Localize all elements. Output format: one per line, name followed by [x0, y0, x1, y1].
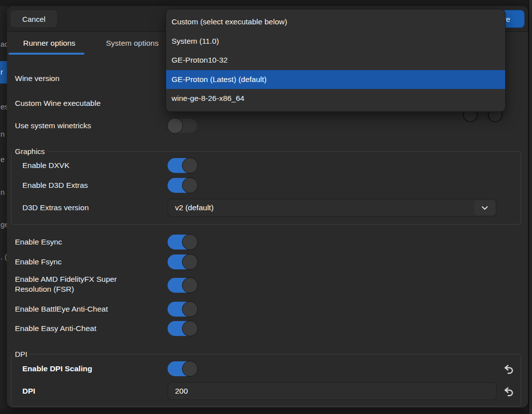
underlay-text-fragment: ac [0, 40, 7, 48]
toggle-knob [182, 277, 198, 293]
d3d-extras-version-combo[interactable]: v2 (default) [168, 199, 497, 217]
enable-dpi-scaling-label: Enable DPI Scaling [22, 364, 92, 374]
tab-system-options[interactable]: System options [93, 32, 171, 55]
toggle-knob [182, 254, 198, 270]
underlying-window-right-edge [528, 0, 532, 414]
chevron-down-icon [481, 206, 488, 210]
toggle-knob [182, 321, 198, 336]
undo-icon [503, 364, 514, 374]
wine-version-option-system[interactable]: System (11.0) [166, 32, 505, 51]
enable-d3d-extras-label: Enable D3D Extras [22, 180, 88, 190]
underlay-text-fragment: r [0, 68, 3, 76]
undo-icon [503, 387, 514, 397]
d3d-extras-version-label: D3D Extras version [22, 203, 89, 213]
enable-fsync-label: Enable Fsync [15, 257, 62, 267]
underlay-text-fragment: ge [0, 220, 7, 229]
wine-version-option-ge-proton10-32[interactable]: GE-Proton10-32 [166, 51, 505, 70]
reset-dpi-button[interactable] [502, 386, 515, 398]
enable-fsr-toggle[interactable] [168, 278, 197, 293]
enable-dxvk-label: Enable DXVK [22, 161, 70, 170]
wine-version-dropdown: Custom (select executable below) System … [166, 9, 506, 112]
enable-esync-label: Enable Esync [15, 237, 62, 247]
enable-esync-toggle[interactable] [168, 235, 197, 249]
enable-battleye-label: Enable BattlEye Anti-Cheat [15, 304, 108, 314]
toggle-knob [182, 301, 198, 317]
enable-d3d-extras-toggle[interactable] [168, 178, 197, 193]
underlay-text-fragment: e [0, 155, 4, 164]
underlying-window-left-edge: ac r es n e n ge . ( [0, 0, 7, 414]
combo-chevron-button[interactable] [474, 200, 495, 215]
cancel-button[interactable]: Cancel [10, 10, 58, 28]
enable-battleye-toggle[interactable] [168, 302, 197, 317]
wine-version-option-custom[interactable]: Custom (select executable below) [166, 12, 505, 32]
enable-fsync-toggle[interactable] [168, 254, 197, 269]
toggle-knob [182, 177, 198, 193]
custom-wine-executable-label: Custom Wine executable [15, 98, 100, 108]
toggle-knob [167, 118, 183, 134]
enable-easy-anticheat-label: Enable Easy Anti-Cheat [15, 324, 96, 333]
underlay-selected-row: r [0, 61, 7, 83]
underlay-text-fragment: . ( [0, 252, 7, 261]
reset-dpi-scaling-button[interactable] [502, 363, 515, 375]
tab-runner-options[interactable]: Runner options [9, 32, 89, 55]
enable-easy-anticheat-toggle[interactable] [168, 321, 197, 336]
underlay-text-fragment: n [0, 188, 4, 196]
graphics-group-title: Graphics [12, 147, 47, 157]
underlay-text-fragment: n [0, 130, 4, 138]
use-system-winetricks-toggle[interactable] [168, 118, 197, 133]
use-system-winetricks-label: Use system winetricks [15, 121, 91, 131]
active-tab-indicator [8, 53, 85, 55]
enable-dpi-scaling-toggle[interactable] [168, 361, 197, 376]
dpi-group-title: DPI [12, 349, 30, 359]
wine-version-label: Wine version [15, 74, 60, 83]
underlying-window-bottom-edge [0, 408, 532, 414]
dpi-label: DPI [22, 386, 35, 396]
toggle-knob [182, 361, 198, 377]
enable-fsr-label: Enable AMD FidelityFX Super Resolution (… [15, 274, 144, 294]
wine-version-option-wine-ge[interactable]: wine-ge-8-26-x86_64 [166, 89, 505, 108]
toggle-knob [182, 158, 198, 173]
underlay-text-fragment: es [0, 102, 7, 111]
toggle-knob [182, 234, 198, 250]
d3d-extras-version-value: v2 (default) [175, 199, 214, 216]
underlying-window-top-edge [0, 0, 532, 6]
screen: ac r es n e n ge . ( Cancel Save Runner … [0, 0, 532, 414]
enable-dxvk-toggle[interactable] [168, 158, 197, 173]
dpi-input[interactable] [168, 382, 497, 400]
wine-version-option-ge-proton-latest[interactable]: GE-Proton (Latest) (default) [166, 70, 505, 89]
